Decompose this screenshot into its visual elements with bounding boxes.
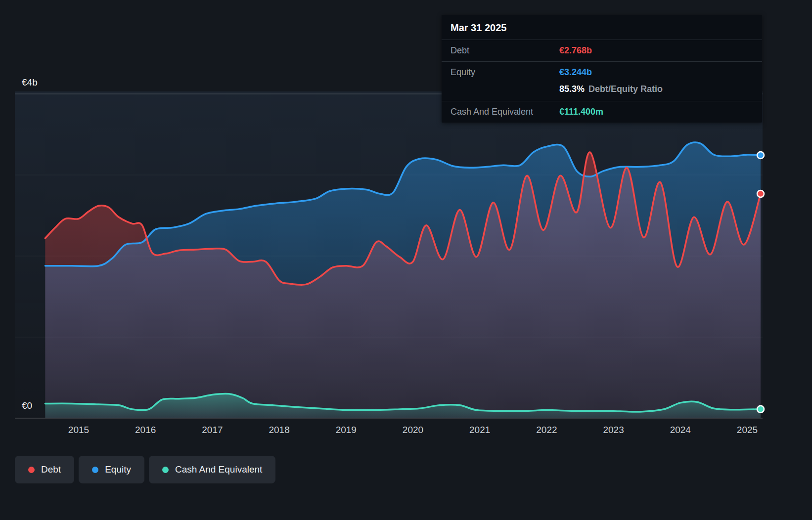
x-axis-label-2017: 2017 (187, 425, 237, 435)
equity-endpoint-dot (757, 152, 764, 159)
tooltip-cash-value: €111.400m (559, 107, 603, 117)
legend-item-equity[interactable]: Equity (79, 456, 144, 483)
legend-item-cash[interactable]: Cash And Equivalent (149, 456, 275, 483)
x-axis-label-2018: 2018 (255, 425, 304, 435)
debt-endpoint-dot (757, 190, 764, 197)
tooltip-cash-row: Cash And Equivalent €111.400m (442, 101, 762, 123)
cash-legend-dot-icon (162, 467, 169, 473)
chart-legend: Debt Equity Cash And Equivalent (15, 456, 275, 483)
tooltip-equity-row: Equity €3.244b (442, 61, 762, 83)
cash-and-equivalent-endpoint-dot (757, 406, 764, 413)
tooltip-equity-value: €3.244b (559, 67, 592, 78)
y-axis-label-0: €0 (22, 400, 32, 411)
x-axis-label-2023: 2023 (589, 425, 638, 435)
legend-item-debt[interactable]: Debt (15, 456, 74, 483)
tooltip-ratio-row: 85.3% Debt/Equity Ratio (442, 83, 762, 101)
tooltip-debt-row: Debt €2.768b (442, 40, 762, 61)
legend-debt-label: Debt (41, 464, 61, 475)
x-axis-label-2019: 2019 (321, 425, 371, 435)
legend-cash-label: Cash And Equivalent (175, 464, 262, 475)
tooltip-date: Mar 31 2025 (442, 15, 762, 40)
debt-legend-dot-icon (28, 467, 35, 473)
tooltip-ratio-value: 85.3% (559, 84, 585, 94)
debt-equity-chart-page: €4b €0 201520162017201820192020202120222… (0, 0, 812, 520)
x-axis-label-2025: 2025 (722, 425, 772, 435)
x-axis-label-2024: 2024 (656, 425, 705, 435)
tooltip-ratio-label: Debt/Equity Ratio (588, 84, 663, 94)
x-axis-label-2015: 2015 (54, 425, 103, 435)
y-axis-label-4b: €4b (22, 77, 38, 88)
legend-equity-label: Equity (105, 464, 131, 475)
chart-tooltip: Mar 31 2025 Debt €2.768b Equity €3.244b … (442, 15, 762, 123)
x-axis-label-2021: 2021 (455, 425, 504, 435)
tooltip-debt-value: €2.768b (559, 45, 592, 56)
x-axis-label-2020: 2020 (388, 425, 438, 435)
tooltip-debt-label: Debt (451, 45, 559, 56)
tooltip-equity-label: Equity (451, 67, 559, 78)
x-axis-label-2022: 2022 (522, 425, 571, 435)
tooltip-cash-label: Cash And Equivalent (451, 107, 559, 117)
equity-legend-dot-icon (92, 467, 98, 473)
x-axis-label-2016: 2016 (121, 425, 170, 435)
